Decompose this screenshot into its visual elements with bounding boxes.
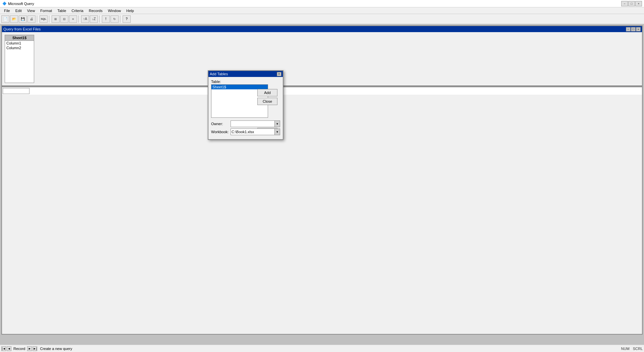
num-indicator: NUM [621, 347, 630, 351]
separator-4 [99, 15, 101, 23]
mdi-minimize-button[interactable]: − [626, 27, 631, 31]
table-box: Sheet1$ Column1 Column2 [5, 35, 34, 83]
dialog-body: Table: Sheet1$ Add Close Options... Owne… [208, 77, 283, 139]
show-criteria-button[interactable]: ⊟ [60, 15, 68, 23]
sql-button[interactable]: SQL [40, 15, 48, 23]
table-column-1[interactable]: Column1 [5, 41, 34, 46]
title-bar: 🔷 Microsoft Query − □ × [0, 0, 644, 7]
show-fields-button[interactable]: ≡ [69, 15, 77, 23]
navigation-controls: |◄ ◄ Record ► ►| [1, 346, 37, 351]
toolbar: 📄 📂 💾 🖨 SQL ⊞ ⊟ ≡ ↑A ↓Z ! ↻ ? [0, 14, 644, 24]
mdi-window: Query from Excel Files − □ × Sheet1$ Col… [1, 25, 643, 335]
nav-last-button[interactable]: ►| [33, 346, 37, 351]
status-indicators: NUM SCRL [621, 347, 643, 351]
criteria-area [2, 87, 642, 95]
separator-1 [37, 15, 38, 23]
sort-asc-button[interactable]: ↑A [81, 15, 89, 23]
refresh-button[interactable]: ↻ [111, 15, 119, 23]
workbook-row: Workbook: C:\Book1.xlsx ▼ [211, 128, 280, 135]
owner-row: Owner: ▼ [211, 120, 280, 127]
print-button[interactable]: 🖨 [27, 15, 36, 23]
scrl-indicator: SCRL [633, 347, 643, 351]
save-button[interactable]: 💾 [19, 15, 27, 23]
mdi-close-button[interactable]: × [636, 27, 641, 31]
app-icon: 🔷 [2, 1, 7, 6]
menu-view[interactable]: View [24, 8, 38, 13]
menu-records[interactable]: Records [86, 8, 105, 13]
menu-format[interactable]: Format [38, 8, 55, 13]
list-item-sheet1[interactable]: Sheet1$ [211, 85, 268, 89]
menu-file[interactable]: File [1, 8, 13, 13]
sort-desc-button[interactable]: ↓Z [90, 15, 98, 23]
workbook-value: C:\Book1.xlsx [232, 130, 254, 134]
menu-table[interactable]: Table [55, 8, 69, 13]
menu-edit[interactable]: Edit [13, 8, 24, 13]
separator-3 [78, 15, 80, 23]
workbook-dropdown-arrow[interactable]: ▼ [274, 129, 280, 135]
close-dialog-button[interactable]: Close [257, 98, 277, 105]
mdi-title-text: Query from Excel Files [3, 27, 626, 31]
open-button[interactable]: 📂 [10, 15, 18, 23]
table-label: Table: [211, 80, 280, 84]
show-tables-button[interactable]: ⊞ [52, 15, 60, 23]
menu-help[interactable]: Help [124, 8, 137, 13]
table-box-header: Sheet1$ [5, 35, 34, 41]
minimize-button[interactable]: − [621, 1, 628, 6]
dialog-close-button[interactable]: × [277, 72, 281, 76]
table-area: Sheet1$ Column1 Column2 [2, 32, 642, 86]
separator-5 [120, 15, 121, 23]
help-button[interactable]: ? [123, 15, 131, 23]
owner-label: Owner: [211, 122, 231, 126]
menu-bar: File Edit View Format Table Criteria Rec… [0, 7, 644, 14]
nav-first-button[interactable]: |◄ [1, 346, 6, 351]
owner-input[interactable]: ▼ [231, 120, 280, 127]
restore-button[interactable]: □ [628, 1, 635, 6]
workbook-label: Workbook: [211, 130, 231, 134]
dialog-title-bar: Add Tables × [208, 71, 283, 77]
workbook-input[interactable]: C:\Book1.xlsx ▼ [231, 128, 280, 135]
title-bar-buttons: − □ × [621, 1, 642, 6]
record-label: Record [12, 347, 26, 351]
mdi-title-bar: Query from Excel Files − □ × [2, 26, 642, 32]
mdi-title-buttons: − □ × [626, 27, 641, 31]
close-button[interactable]: × [635, 1, 642, 6]
add-button[interactable]: Add [257, 89, 277, 96]
add-tables-dialog: Add Tables × Table: Sheet1$ Add Close Op… [208, 70, 283, 140]
new-query-button[interactable]: 📄 [1, 15, 9, 23]
dialog-title-text: Add Tables [210, 72, 277, 76]
mdi-restore-button[interactable]: □ [631, 27, 636, 31]
table-column-2[interactable]: Column2 [5, 46, 34, 50]
separator-2 [49, 15, 50, 23]
nav-prev-button[interactable]: ◄ [7, 346, 11, 351]
query-area: Query from Excel Files − □ × Sheet1$ Col… [0, 24, 644, 345]
owner-dropdown-arrow[interactable]: ▼ [274, 121, 280, 127]
criteria-input[interactable] [3, 88, 29, 94]
nav-next-button[interactable]: ► [27, 346, 32, 351]
menu-window[interactable]: Window [105, 8, 124, 13]
title-bar-text: Microsoft Query [8, 2, 621, 6]
status-bar: |◄ ◄ Record ► ►| Create a new query NUM … [0, 345, 644, 352]
run-button[interactable]: ! [102, 15, 110, 23]
status-text: Create a new query [40, 347, 621, 351]
menu-criteria[interactable]: Criteria [69, 8, 86, 13]
